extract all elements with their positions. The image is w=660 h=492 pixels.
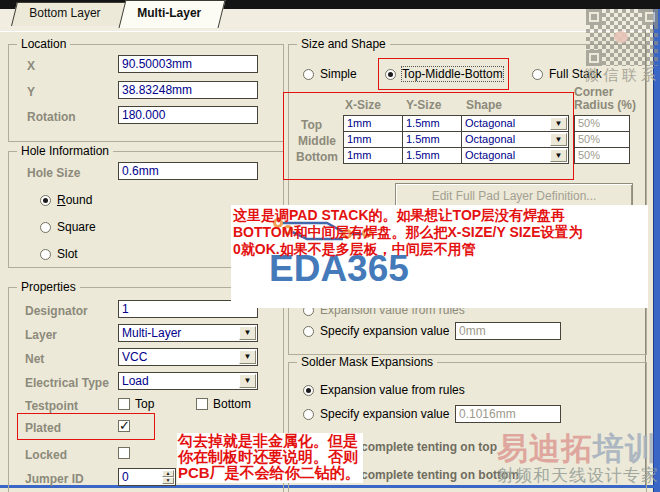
qr-mascot-icon [614, 31, 628, 43]
header-corner-radius: CornerRadius (%) [574, 86, 636, 112]
hole-round-radio[interactable] [40, 195, 51, 206]
tab-multi-layer[interactable]: Multi-Layer [119, 0, 226, 28]
pad-note-line1: 这里是调PAD STACK的。如果想让TOP层没有焊盘再 [233, 207, 583, 224]
testpoint-top-label[interactable]: Top [135, 397, 154, 411]
tab-bottom-layer[interactable]: Bottom Layer [11, 2, 129, 26]
hole-slot-label[interactable]: Slot [57, 247, 78, 261]
plated-note-line1: 勾去掉就是非金属化。但是 [178, 433, 360, 449]
pad-note-line2: BOTTOM和中间层有焊盘。那么把X-SIZE/Y SIZE设置为 [233, 224, 583, 241]
hole-square-radio[interactable] [40, 222, 51, 233]
layer-dropdown[interactable]: Multi-Layer ▼ [118, 324, 258, 342]
designator-label: Designator [25, 304, 88, 318]
hole-size-input[interactable]: 0.6mm [118, 162, 258, 180]
pad-stack-note-box: EDA365 这里是调PAD STACK的。如果想让TOP层没有焊盘再 BOTT… [231, 205, 648, 308]
testpoint-bottom-label[interactable]: Bottom [213, 397, 251, 411]
jumper-id-label: Jumper ID [25, 472, 84, 486]
chevron-down-icon[interactable]: ▼ [239, 374, 256, 388]
plated-note-box: 勾去掉就是非金属化。但是 你在制板时还要说明。否则 PCB厂是不会给你二钻的。 [177, 433, 363, 483]
mode-full-stack-radio[interactable] [532, 69, 543, 80]
hole-size-label: Hole Size [27, 166, 80, 180]
yiditop-tagline-watermark: 射频和天线设计专家 [497, 464, 659, 487]
hole-information-group-title: Hole Information [17, 144, 113, 158]
solder-rules-label[interactable]: Expansion value from rules [320, 383, 465, 397]
properties-group-title: Properties [17, 280, 80, 294]
solder-mask-group-title: Solder Mask Expansions [297, 355, 437, 369]
size-shape-group-title: Size and Shape [297, 37, 390, 51]
layer-label: Layer [25, 328, 57, 342]
testpoint-bottom-checkbox[interactable] [196, 398, 208, 410]
electrical-type-dropdown[interactable]: Load ▼ [118, 372, 258, 390]
highlight-box-plated [17, 413, 155, 440]
locked-checkbox[interactable] [118, 447, 130, 459]
middle-corner-radius-input[interactable]: 50% [574, 131, 630, 148]
y-label: Y [27, 85, 35, 99]
location-group-title: Location [17, 37, 70, 51]
hole-square-label[interactable]: Square [57, 220, 96, 234]
solder-specify-label[interactable]: Specify expansion value [320, 407, 449, 421]
top-corner-radius-input[interactable]: 50% [574, 115, 630, 132]
mode-simple-radio[interactable] [303, 69, 314, 80]
rotation-label: Rotation [27, 110, 76, 124]
paste-specify-label[interactable]: Specify expansion value [320, 324, 449, 338]
arrow-down-icon[interactable]: ▼ [162, 477, 174, 484]
highlight-box-size-table [283, 92, 574, 180]
wechat-contact-watermark: 微信联系 [584, 66, 660, 85]
qr-code [586, 9, 658, 66]
pad-properties-dialog: Bottom Layer Multi-Layer Location X 90.5… [0, 0, 660, 492]
arrow-up-icon[interactable]: ▲ [162, 470, 174, 477]
solder-expansion-input[interactable]: 0.1016mm [455, 405, 561, 423]
plated-note-line2: 你在制板时还要说明。否则 [178, 449, 360, 465]
solder-rules-radio[interactable] [303, 385, 314, 396]
x-input[interactable]: 90.50003mm [118, 55, 258, 73]
testpoint-top-checkbox[interactable] [118, 398, 130, 410]
jumper-id-stepper[interactable]: 0 ▲▼ [118, 468, 176, 486]
solder-specify-radio[interactable] [303, 409, 314, 420]
testpoint-label: Testpoint [25, 399, 78, 413]
y-input[interactable]: 38.83248mm [118, 81, 258, 99]
chevron-down-icon[interactable]: ▼ [239, 350, 256, 364]
hole-round-label[interactable]: Round [57, 193, 92, 207]
hole-slot-radio[interactable] [40, 249, 51, 260]
mode-simple-label[interactable]: Simple [320, 67, 357, 81]
x-label: X [27, 59, 35, 73]
highlight-box-top-middle-bottom [378, 58, 509, 90]
stepper-arrows[interactable]: ▲▼ [162, 470, 174, 484]
electrical-type-label: Electrical Type [25, 376, 109, 390]
net-label: Net [25, 352, 44, 366]
chevron-down-icon[interactable]: ▼ [239, 326, 256, 340]
paste-specify-radio[interactable] [303, 326, 314, 337]
bottom-corner-radius-input[interactable]: 50% [574, 147, 630, 164]
net-dropdown[interactable]: VCC ▼ [118, 348, 258, 366]
plated-note-line3: PCB厂是不会给你二钻的。 [178, 465, 360, 481]
locked-label: Locked [25, 448, 67, 462]
paste-expansion-input[interactable]: 0mm [455, 322, 561, 340]
pad-note-line3: 0就OK.如果不是多层板，中间层不用管 [233, 241, 583, 258]
rotation-input[interactable]: 180.000 [118, 106, 258, 124]
